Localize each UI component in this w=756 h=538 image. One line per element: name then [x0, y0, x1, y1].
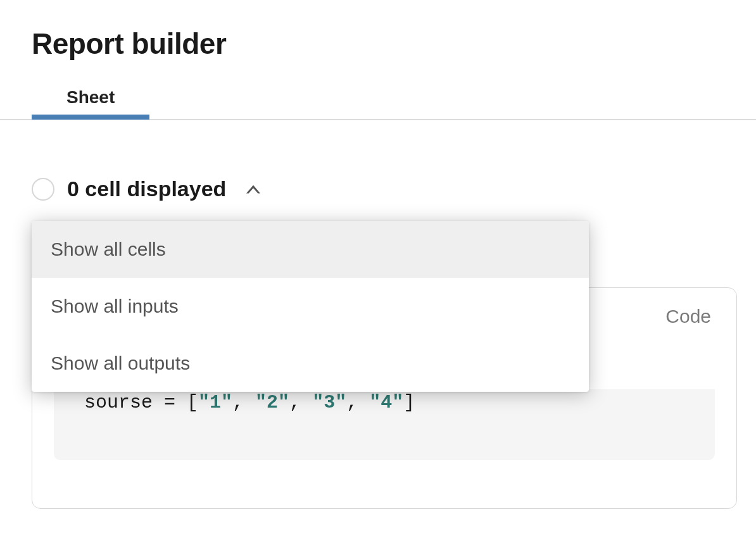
- code-var: sourse: [84, 392, 153, 413]
- count-circle-icon: [32, 178, 54, 201]
- code-sep: ,: [232, 392, 255, 413]
- code-sep: ,: [346, 392, 369, 413]
- code-string-1: "2": [255, 392, 289, 413]
- dropdown-item-show-all-inputs[interactable]: Show all inputs: [32, 278, 589, 335]
- code-editor[interactable]: sourse = ["1", "2", "3", "4"]: [54, 389, 715, 460]
- code-close-bracket: ]: [403, 392, 415, 413]
- cell-count-dropdown-trigger[interactable]: 0 cell displayed: [32, 177, 737, 201]
- code-string-3: "4": [369, 392, 403, 413]
- code-string-0: "1": [198, 392, 232, 413]
- content-area: 0 cell displayed Code sourse = ["1", "2"…: [0, 120, 756, 201]
- tabs-bar: Sheet: [0, 78, 756, 120]
- code-open-bracket: [: [187, 392, 198, 413]
- code-eq: =: [153, 392, 187, 413]
- cell-count-label: 0 cell displayed: [67, 177, 226, 201]
- page-title: Report builder: [0, 0, 756, 61]
- chevron-up-icon: [246, 185, 260, 194]
- dropdown-item-show-all-outputs[interactable]: Show all outputs: [32, 335, 589, 392]
- dropdown-item-show-all-cells[interactable]: Show all cells: [32, 221, 589, 278]
- tab-sheet[interactable]: Sheet: [32, 78, 149, 119]
- cell-display-dropdown: Show all cells Show all inputs Show all …: [32, 221, 589, 392]
- code-sep: ,: [289, 392, 312, 413]
- cell-type-label: Code: [665, 306, 711, 327]
- code-string-2: "3": [312, 392, 346, 413]
